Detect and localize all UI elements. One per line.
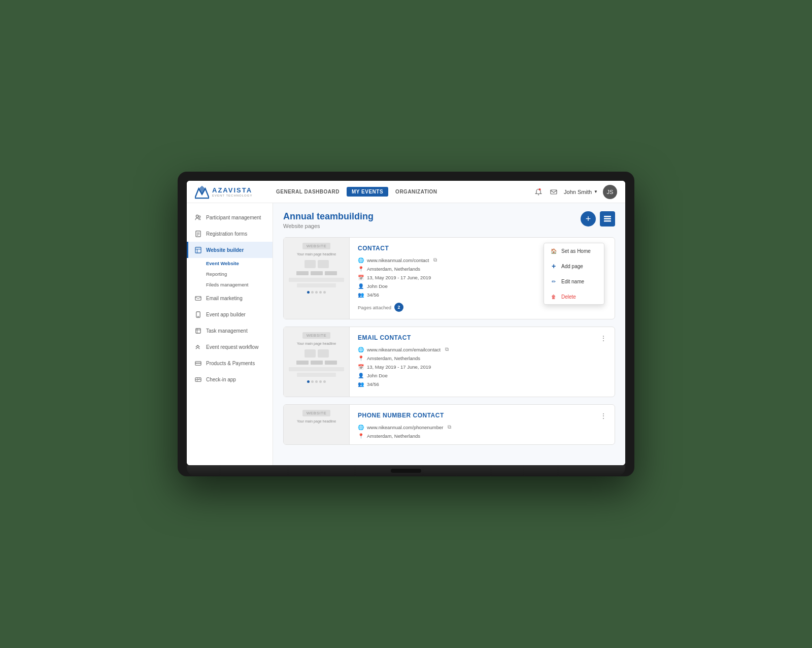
preview-blocks-contact: [304, 260, 329, 268]
logo-sub: EVENT TECHNOLOGY: [212, 194, 252, 197]
preview-nav-e2: [311, 361, 323, 365]
products-payments-icon: [194, 359, 202, 367]
website-builder-label: Website builder: [206, 247, 244, 253]
content-area: Annual teambuilding Website pages +: [273, 203, 625, 465]
svg-point-2: [538, 194, 539, 195]
preview-nav-2: [311, 271, 323, 275]
person-icon-email: 👤: [358, 372, 364, 378]
preview-nav-e3: [325, 361, 337, 365]
pages-attached-badge-contact: 2: [394, 303, 403, 312]
event-app-builder-icon: [194, 310, 202, 318]
azavista-logo-icon: [195, 185, 209, 199]
page-title: Annual teambuilding: [283, 211, 374, 222]
dropdown-delete[interactable]: 🗑 Delete: [544, 289, 604, 304]
calendar-icon-email: 📅: [358, 364, 364, 370]
sidebar-item-email-marketing[interactable]: Email marketing: [187, 290, 273, 306]
copy-icon-email[interactable]: ⧉: [444, 346, 450, 352]
menu-dots-phone[interactable]: ⋮: [597, 410, 610, 422]
card-info-email-contact: EMAIL CONTACT 🌐 www.nikeannual.com/email…: [350, 327, 615, 397]
laptop-notch: [391, 469, 421, 473]
sidebar-item-products-payments[interactable]: Products & Payments: [187, 355, 273, 371]
preview-dots-email: [307, 380, 326, 383]
card-preview-contact: WEBSITE Your main page headline: [284, 238, 350, 319]
card-location-phone: 📍 Amsterdam, Netherlands: [358, 433, 606, 439]
list-view-button[interactable]: [600, 211, 615, 226]
location-icon-contact: 📍: [358, 266, 364, 272]
preview-label-phone: WEBSITE: [302, 410, 331, 416]
mail-icon[interactable]: [549, 187, 559, 197]
logo-text: AZAVISTA EVENT TECHNOLOGY: [212, 186, 252, 197]
sidebar-item-event-app-builder[interactable]: Event app builder: [187, 306, 273, 322]
preview-dot-e2: [311, 380, 314, 383]
delete-icon: 🗑: [550, 293, 557, 300]
add-page-button[interactable]: +: [581, 211, 596, 226]
sidebar-sub-event-website[interactable]: Event Website: [187, 258, 273, 269]
nav-my-events[interactable]: MY EVENTS: [347, 187, 388, 197]
svg-rect-27: [604, 220, 611, 222]
main-layout: Participant management Registration form…: [187, 203, 625, 465]
card-owner-email: 👤 John Doe: [358, 372, 606, 378]
preview-content-2: [297, 283, 335, 287]
location-icon-phone: 📍: [358, 433, 364, 439]
preview-nav-e1: [296, 361, 309, 365]
copy-icon-phone[interactable]: ⧉: [447, 424, 453, 430]
sidebar-item-website-builder[interactable]: Website builder: [187, 242, 273, 258]
calendar-icon-contact: 📅: [358, 274, 364, 280]
preview-dot-e3: [315, 380, 318, 383]
check-in-app-label: Check-in app: [206, 377, 236, 382]
preview-dot-2: [311, 291, 314, 294]
card-menu-phone: ⋮: [597, 410, 610, 422]
header-actions: +: [581, 211, 615, 226]
preview-block-e1: [304, 349, 316, 358]
task-management-label: Task management: [206, 328, 248, 334]
preview-block-2: [318, 260, 329, 268]
sidebar-item-event-request-workflow[interactable]: Event request workflow: [187, 339, 273, 355]
preview-label-email: WEBSITE: [302, 332, 331, 339]
email-marketing-label: Email marketing: [206, 296, 243, 301]
sidebar-item-task-management[interactable]: Task management: [187, 322, 273, 339]
group-icon-email: 👥: [358, 381, 364, 387]
nav-organization[interactable]: ORGANIZATION: [390, 187, 442, 197]
card-dates-email: 📅 13, May 2019 - 17 June, 2019: [358, 364, 606, 370]
preview-headline-phone: Your main page headline: [297, 419, 336, 423]
notifications-icon[interactable]: [533, 187, 544, 197]
event-request-workflow-label: Event request workflow: [206, 344, 258, 350]
user-name[interactable]: John Smith ▼: [564, 189, 598, 195]
participant-management-icon: [194, 213, 202, 221]
sidebar-item-participant-management[interactable]: Participant management: [187, 209, 273, 225]
laptop-base: [187, 465, 625, 476]
svg-rect-26: [604, 218, 611, 220]
sidebar-item-registration-forms[interactable]: Registration forms: [187, 225, 273, 242]
registration-forms-icon: [194, 230, 202, 238]
menu-dots-email[interactable]: ⋮: [597, 332, 610, 344]
page-header: Annual teambuilding Website pages +: [283, 211, 615, 229]
card-url-phone: 🌐 www.nikeannual.com/phonenumber ⧉: [358, 424, 606, 430]
logo-brand: AZAVISTA: [212, 186, 252, 194]
user-avatar[interactable]: JS: [603, 185, 617, 199]
card-preview-email-contact: WEBSITE Your main page headline: [284, 327, 350, 397]
svg-rect-4: [551, 190, 557, 194]
dropdown-set-home[interactable]: 🏠 Set as Home: [544, 243, 604, 258]
page-subtitle: Website pages: [283, 223, 374, 229]
dropdown-edit-name[interactable]: ✏ Edit name: [544, 274, 604, 289]
svg-point-6: [198, 215, 200, 217]
dropdown-add-page[interactable]: + Add page: [544, 258, 604, 274]
card-url-email: 🌐 www.nikeannual.com/emailcontact ⧉: [358, 346, 606, 352]
preview-label-contact: WEBSITE: [302, 243, 331, 249]
preview-content-e2: [297, 373, 335, 377]
sidebar-sub-fields-management[interactable]: Fileds management: [187, 279, 273, 290]
svg-rect-25: [604, 216, 611, 217]
sidebar-item-check-in-app[interactable]: Check-in app: [187, 371, 273, 387]
nav-general-dashboard[interactable]: GENERAL DASHBOARD: [271, 187, 345, 197]
edit-icon: ✏: [550, 278, 557, 285]
card-info-phone: PHONE NUMBER CONTACT 🌐 www.nikeannual.co…: [350, 405, 615, 444]
home-icon: 🏠: [550, 247, 557, 254]
products-payments-label: Products & Payments: [206, 361, 255, 366]
preview-dots-contact: [307, 291, 326, 294]
preview-dot-e4: [319, 380, 322, 383]
sidebar-sub-reporting[interactable]: Reporting: [187, 269, 273, 279]
svg-point-5: [196, 215, 198, 217]
preview-nav-email: [296, 361, 337, 365]
copy-icon-contact[interactable]: ⧉: [432, 257, 438, 263]
sidebar: Participant management Registration form…: [187, 203, 273, 465]
